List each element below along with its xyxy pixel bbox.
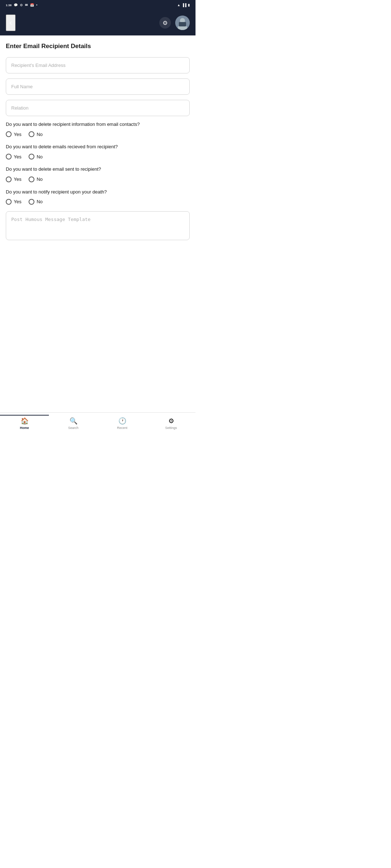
page-title: Enter Email Recipient Details [6,43,190,50]
question-3-options: Yes No [6,176,190,182]
question-2-text: Do you want to delete emails recieved fr… [6,144,190,150]
q3-no-radio[interactable] [29,176,34,182]
gmail-icon: ✉ [25,3,28,7]
question-3-text: Do you want to delete email sent to reci… [6,166,190,173]
calendar-icon: 📅 [30,3,34,7]
q2-no-radio[interactable] [29,154,34,159]
question-2-options: Yes No [6,154,190,159]
svg-rect-3 [179,22,186,26]
nav-recent[interactable]: 🕐 Recent [98,415,147,432]
header: ‹ ⚙ [0,10,196,35]
q4-no-radio[interactable] [29,199,34,205]
back-button[interactable]: ‹ [6,14,16,31]
q3-yes-label: Yes [14,176,21,182]
home-active-indicator [0,415,49,416]
fullname-input[interactable] [6,78,190,95]
dot-icon: • [36,3,37,7]
q3-no-label: No [37,176,43,182]
bottom-nav: 🏠 Home 🔍 Search 🕐 Recent ⚙ Settings [0,412,196,434]
avatar-image [175,16,190,30]
q3-yes-option[interactable]: Yes [6,176,21,182]
search-label: Search [68,426,79,430]
nav-settings[interactable]: ⚙ Settings [147,415,196,432]
status-right: ▲ ▐▐ ▮ [177,3,190,7]
settings-icon: ⚙ [168,417,174,425]
circle-icon: ⊙ [20,3,23,7]
q1-yes-radio[interactable] [6,131,12,137]
q1-no-label: No [37,132,43,137]
q3-yes-radio[interactable] [6,176,12,182]
email-input[interactable] [6,57,190,73]
question-4-text: Do you want to notify recipient upon you… [6,189,190,195]
recent-icon: 🕐 [118,417,126,425]
nav-home[interactable]: 🏠 Home [0,415,49,432]
q2-yes-radio[interactable] [6,154,12,159]
question-1-text: Do you want to delete recipient informat… [6,121,190,128]
avatar[interactable] [175,16,190,30]
q2-no-label: No [37,154,43,159]
battery-icon: ▮ [188,3,190,7]
status-left: 1:38 💬 ⊙ ✉ 📅 • [6,3,37,7]
q4-yes-label: Yes [14,199,21,204]
message-template-input[interactable] [6,211,190,240]
q1-yes-option[interactable]: Yes [6,131,21,137]
status-bar: 1:38 💬 ⊙ ✉ 📅 • ▲ ▐▐ ▮ [0,0,196,10]
q4-yes-option[interactable]: Yes [6,199,21,205]
q1-yes-label: Yes [14,132,21,137]
q3-no-option[interactable]: No [29,176,43,182]
signal-icon: ▐▐ [182,3,186,7]
wifi-icon: ▲ [177,3,180,7]
nav-search[interactable]: 🔍 Search [49,415,98,432]
question-2: Do you want to delete emails recieved fr… [6,144,190,159]
settings-label: Settings [165,426,177,430]
messenger-icon: 💬 [14,3,18,7]
recent-label: Recent [117,426,127,430]
relation-input[interactable] [6,100,190,116]
question-4: Do you want to notify recipient upon you… [6,189,190,205]
q2-no-option[interactable]: No [29,154,43,159]
question-1-options: Yes No [6,131,190,137]
gear-icon[interactable]: ⚙ [159,17,171,29]
q2-yes-option[interactable]: Yes [6,154,21,159]
q1-no-radio[interactable] [29,131,34,137]
q4-no-option[interactable]: No [29,199,43,205]
q1-no-option[interactable]: No [29,131,43,137]
status-time: 1:38 [6,4,12,7]
home-icon: 🏠 [21,417,29,425]
home-label: Home [20,426,29,430]
question-4-options: Yes No [6,199,190,205]
q2-yes-label: Yes [14,154,21,159]
q4-no-label: No [37,199,43,204]
search-icon: 🔍 [70,417,77,425]
q4-yes-radio[interactable] [6,199,12,205]
main-content: Enter Email Recipient Details Do you wan… [0,35,196,412]
question-1: Do you want to delete recipient informat… [6,121,190,137]
header-right: ⚙ [159,16,190,30]
question-3: Do you want to delete email sent to reci… [6,166,190,182]
